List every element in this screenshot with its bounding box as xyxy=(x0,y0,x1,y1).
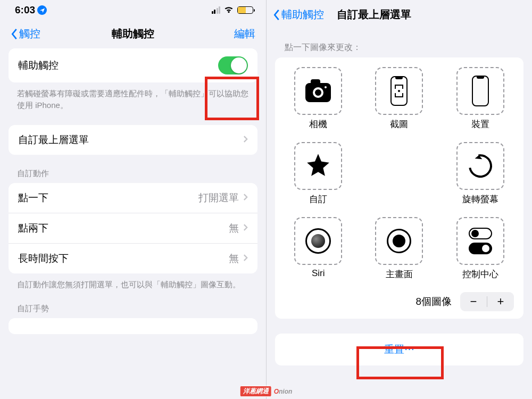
assistive-touch-toggle[interactable] xyxy=(218,56,248,74)
chevron-right-icon xyxy=(243,253,248,264)
page-title: 自訂最上層選單 xyxy=(337,7,411,22)
location-icon xyxy=(37,5,47,15)
edit-button[interactable]: 編輯 xyxy=(234,27,255,41)
wifi-icon xyxy=(223,4,234,16)
long-press-value: 無 xyxy=(229,252,239,265)
icon-count-stepper: − + xyxy=(460,292,514,311)
icon-grid-card: 相機 截圖 裝置 xyxy=(275,57,523,319)
single-tap-row[interactable]: 點一下 打開選單 xyxy=(9,183,257,213)
long-press-row[interactable]: 長時間按下 無 xyxy=(9,244,257,273)
double-tap-row[interactable]: 點兩下 無 xyxy=(9,213,257,244)
slot-rotate[interactable] xyxy=(456,142,504,190)
slot-camera[interactable] xyxy=(294,67,342,115)
slot-control-center-label: 控制中心 xyxy=(462,268,498,280)
home-icon xyxy=(387,229,411,253)
back-button[interactable]: 輔助觸控 xyxy=(273,7,324,22)
slot-siri[interactable] xyxy=(294,217,342,265)
page-title: 輔助觸控 xyxy=(112,27,154,41)
customize-top-menu-row[interactable]: 自訂最上層選單 xyxy=(9,125,257,155)
star-icon xyxy=(305,152,331,180)
chevron-right-icon xyxy=(243,134,248,146)
slot-device[interactable] xyxy=(456,67,504,115)
chevron-right-icon xyxy=(243,222,248,234)
slot-device-label: 裝置 xyxy=(471,118,489,130)
tap-icon-caption: 點一下圖像來更改： xyxy=(267,29,532,57)
slot-control-center[interactable] xyxy=(456,217,504,265)
assistive-touch-label: 輔助觸控 xyxy=(18,59,59,72)
long-press-label: 長時間按下 xyxy=(18,252,69,265)
back-button[interactable]: 觸控 xyxy=(11,27,40,41)
cellular-icon xyxy=(212,6,221,14)
custom-gestures-header: 自訂手勢 xyxy=(0,290,266,318)
battery-icon xyxy=(237,6,253,14)
actions-hint: 自訂動作讓您無須打開選單，也可以與「輔助觸控」圖像互動。 xyxy=(0,273,266,290)
customize-top-menu-label: 自訂最上層選單 xyxy=(18,133,89,147)
icon-count-label: 8個圖像 xyxy=(415,295,452,309)
device-icon xyxy=(472,76,489,106)
control-center-icon xyxy=(469,228,492,254)
nav-bar: 觸控 輔助觸控 編輯 xyxy=(0,20,266,48)
chevron-right-icon xyxy=(243,192,248,204)
double-tap-value: 無 xyxy=(229,221,239,235)
screenshot-icon xyxy=(390,76,408,106)
double-tap-label: 點兩下 xyxy=(18,221,48,235)
slot-home[interactable] xyxy=(375,217,423,265)
single-tap-value: 打開選單 xyxy=(198,191,239,205)
watermark: 洋蔥網通Onion xyxy=(240,386,293,397)
slot-empty[interactable] xyxy=(375,142,423,190)
single-tap-label: 點一下 xyxy=(18,191,48,205)
gestures-row-partial[interactable] xyxy=(9,318,257,334)
slot-screenshot[interactable] xyxy=(375,67,423,115)
annotation-highlight xyxy=(205,77,259,120)
status-time: 6:03 xyxy=(15,4,35,16)
annotation-highlight xyxy=(356,346,444,379)
slot-rotate-label: 旋轉螢幕 xyxy=(462,193,498,205)
status-bar: 6:03 xyxy=(0,0,266,20)
nav-bar: 輔助觸控 自訂最上層選單 xyxy=(267,0,532,29)
back-label: 觸控 xyxy=(19,27,40,41)
back-label: 輔助觸控 xyxy=(281,7,324,22)
stepper-plus[interactable]: + xyxy=(487,295,514,309)
slot-screenshot-label: 截圖 xyxy=(390,118,408,130)
custom-actions-header: 自訂動作 xyxy=(0,155,266,183)
slot-custom-label: 自訂 xyxy=(309,193,327,205)
siri-icon xyxy=(305,228,331,254)
slot-custom[interactable] xyxy=(294,142,342,190)
slot-siri-label: Siri xyxy=(312,268,325,279)
camera-icon xyxy=(305,83,331,102)
slot-camera-label: 相機 xyxy=(309,118,327,130)
slot-home-label: 主畫面 xyxy=(386,268,413,280)
stepper-minus[interactable]: − xyxy=(460,295,487,309)
rotate-icon xyxy=(464,149,496,182)
